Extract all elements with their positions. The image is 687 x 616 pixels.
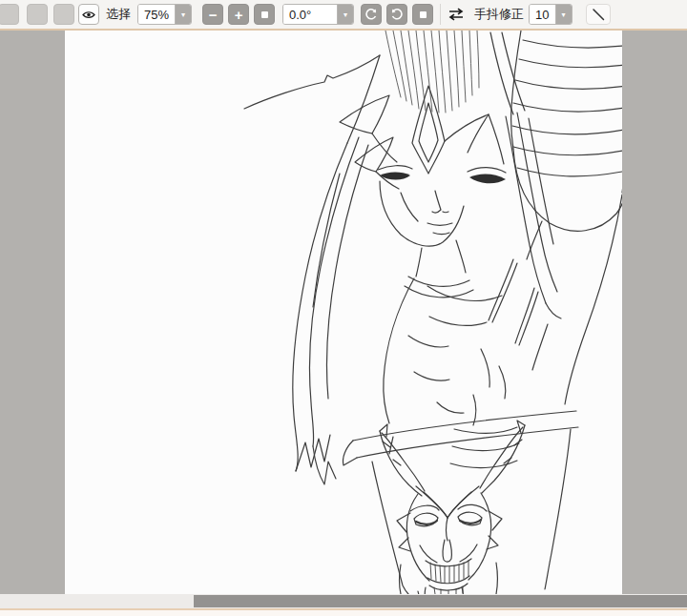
toolbar-blank-button-3[interactable] — [53, 4, 74, 25]
swap-arrows-icon — [447, 8, 466, 21]
visibility-toggle-button[interactable] — [78, 4, 99, 25]
select-mode-label: 选择 — [106, 6, 131, 23]
line-tool-button[interactable] — [586, 4, 611, 25]
square-reset-icon — [420, 11, 427, 18]
bottom-edge-strip — [0, 608, 687, 616]
eye-icon — [81, 9, 96, 21]
zoom-in-button[interactable]: + — [228, 4, 249, 25]
paint-app-window: 选择 75% ▾ − + 0.0° ▾ — [0, 0, 687, 616]
rotation-value[interactable]: 0.0° — [283, 5, 337, 24]
stabilizer-label: 手抖修正 — [474, 6, 524, 23]
toolbar-blank-button-1[interactable] — [0, 4, 19, 25]
stabilizer-dropdown-arrow-icon[interactable]: ▾ — [555, 5, 572, 24]
horizontal-scrollbar-thumb[interactable] — [194, 595, 687, 607]
rotate-cw-icon — [389, 7, 405, 22]
zoom-dropdown-arrow-icon[interactable]: ▾ — [175, 5, 191, 24]
stabilizer-value[interactable]: 10 — [530, 5, 554, 24]
zoom-value[interactable]: 75% — [138, 5, 175, 24]
square-reset-icon — [261, 11, 268, 18]
toolbar-blank-button-2[interactable] — [27, 4, 48, 25]
diagonal-line-icon — [591, 7, 606, 22]
canvas-page[interactable] — [65, 31, 622, 594]
canvas-artwork — [65, 31, 622, 594]
rotate-cw-button[interactable] — [386, 4, 407, 25]
rotation-dropdown-arrow-icon[interactable]: ▾ — [337, 5, 353, 24]
toolbar-separator — [440, 4, 441, 25]
canvas-workspace — [0, 31, 687, 594]
zoom-reset-button[interactable] — [254, 4, 275, 25]
rotation-reset-button[interactable] — [412, 4, 433, 25]
toolbar: 选择 75% ▾ − + 0.0° ▾ — [0, 0, 687, 31]
rotate-ccw-button[interactable] — [361, 4, 382, 25]
rotation-combo: 0.0° ▾ — [282, 4, 354, 25]
stabilizer-combo: 10 ▾ — [529, 4, 572, 25]
horizontal-scrollbar[interactable] — [0, 594, 687, 608]
zoom-out-button[interactable]: − — [202, 4, 223, 25]
rotate-ccw-icon — [364, 7, 379, 22]
flip-horizontal-button[interactable] — [447, 8, 466, 21]
zoom-combo: 75% ▾ — [137, 4, 192, 25]
